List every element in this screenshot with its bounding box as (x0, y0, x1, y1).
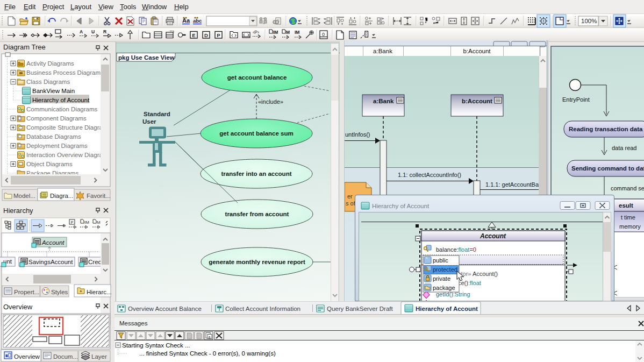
svg-text:D: D (204, 32, 208, 38)
svg-text:get account balance sum: get account balance sum (219, 130, 293, 137)
svg-text:pkg Use Case View: pkg Use Case View (118, 54, 175, 61)
svg-text:E: E (192, 32, 195, 38)
svg-text:transfer from account: transfer from account (225, 211, 289, 217)
svg-text:get account balance: get account balance (227, 74, 287, 81)
svg-text:transfer into an account: transfer into an account (221, 171, 292, 177)
svg-text:P: P (71, 220, 74, 225)
svg-text:Reading transaction data: Reading transaction data (569, 126, 643, 132)
svg-text:Overview: Overview (14, 353, 40, 360)
svg-text:Deployment Diagrams: Deployment Diagrams (26, 143, 88, 149)
svg-text:s of: s of (346, 200, 356, 207)
svg-text:ctor» Account(): ctor» Account() (458, 271, 498, 277)
svg-text:Class Diagrams: Class Diagrams (26, 79, 70, 85)
svg-text:abc: abc (193, 18, 202, 24)
svg-text:Propert...: Propert... (14, 289, 39, 295)
svg-text:Database Diagrams: Database Diagrams (26, 133, 81, 140)
svg-text:Overview: Overview (3, 303, 33, 311)
svg-text:untInfos(): untInfos() (345, 131, 370, 138)
svg-text:Collect Account Information: Collect Account Information (225, 306, 300, 312)
svg-text:BankView Main: BankView Main (32, 88, 75, 94)
svg-text:Sending command to dat: Sending command to dat (571, 165, 644, 172)
svg-text:M: M (97, 220, 101, 225)
svg-text:Interaction Overview Diagram: Interaction Overview Diagram (26, 152, 108, 158)
svg-text:M: M (286, 30, 290, 35)
svg-text:U: U (91, 29, 95, 34)
svg-text:a: a (209, 335, 211, 339)
svg-text:R: R (103, 29, 106, 34)
svg-text:Object Diagrams: Object Diagrams (26, 161, 73, 167)
svg-text:public: public (433, 257, 448, 264)
svg-text:Account: Account (41, 239, 65, 246)
svg-text:esult: esult (619, 202, 633, 209)
svg-text:Component Diagrams: Component Diagrams (26, 115, 87, 122)
svg-text:Styles: Styles (51, 289, 68, 295)
svg-text:a:Bank: a:Bank (373, 48, 392, 54)
svg-text:‹P›: ‹P› (253, 30, 259, 35)
svg-text:Layer: Layer (91, 353, 107, 360)
svg-text:«include»: «include» (258, 98, 283, 105)
svg-text:Docum...: Docum... (53, 353, 78, 360)
svg-text:Business Process Diagrams: Business Process Diagrams (26, 69, 104, 76)
svg-text:data read: data read (612, 145, 636, 151)
svg-text:A: A (80, 29, 83, 34)
svg-text:100%: 100% (581, 18, 597, 24)
svg-text:IM: IM (295, 30, 299, 35)
svg-text:Communication Diagrams: Communication Diagrams (26, 106, 98, 112)
svg-text:a:Bank: a:Bank (373, 98, 394, 104)
svg-text:1.1: collectAccountInfo(): 1.1: collectAccountInfo() (398, 172, 461, 178)
svg-text:Standard: Standard (144, 111, 170, 117)
svg-text:0: 0 (322, 32, 325, 37)
svg-text:P: P (217, 32, 220, 38)
svg-text:generate monthly revenue repor: generate monthly revenue report (209, 259, 305, 265)
svg-text:Activity Diagrams: Activity Diagrams (26, 60, 74, 67)
svg-text:Hierarchy of Account: Hierarchy of Account (32, 97, 90, 103)
svg-text:b:Account: b:Account (462, 98, 492, 104)
svg-text:ce():float: ce():float (458, 280, 481, 286)
svg-text:er: er (347, 193, 353, 200)
svg-text:Hierarchy of Account: Hierarchy of Account (416, 306, 478, 312)
svg-text:Account: Account (480, 232, 506, 240)
svg-text:IM: IM (84, 220, 89, 225)
svg-text:b:Account: b:Account (463, 48, 491, 54)
svg-text:SavingsAccount: SavingsAccount (28, 259, 73, 265)
svg-text:User: User (142, 118, 156, 125)
svg-text:t time: t time (621, 214, 635, 221)
svg-text:Cred: Cred (88, 259, 102, 265)
svg-text:IM: IM (273, 30, 278, 35)
svg-text:Composite Structure Diagram: Composite Structure Diagram (26, 124, 108, 131)
svg-text:Hierarc...: Hierarc... (87, 289, 112, 295)
svg-text:Hierarchy of Account: Hierarchy of Account (372, 203, 430, 209)
svg-text:balance:float=0: balance:float=0 (436, 246, 476, 253)
svg-text:1.1.1: getAccountBa: 1.1.1: getAccountBa (485, 181, 539, 188)
svg-text:Diagram Tree: Diagram Tree (3, 43, 46, 51)
svg-text:Model...: Model... (13, 193, 35, 199)
svg-text:Overview Account Balance: Overview Account Balance (128, 306, 202, 312)
svg-text:command se: command se (611, 185, 644, 191)
svg-text:Query BankServer Draft: Query BankServer Draft (327, 306, 393, 312)
svg-text:EntryPoint: EntryPoint (562, 96, 590, 103)
svg-text:Hierarchy: Hierarchy (3, 207, 33, 215)
svg-text:Favorit...: Favorit... (87, 193, 111, 199)
svg-text:memory: memory (619, 223, 641, 230)
svg-text:Diagra...: Diagra... (50, 193, 73, 199)
svg-text:protected: protected (433, 266, 457, 273)
svg-text:private: private (433, 275, 450, 282)
svg-text:Starting Syntax Check ...: Starting Syntax Check ... (122, 342, 190, 349)
svg-text:package: package (433, 285, 455, 291)
svg-text:... finished Syntax Check - 0: ... finished Syntax Check - 0 error(s), … (139, 350, 276, 357)
